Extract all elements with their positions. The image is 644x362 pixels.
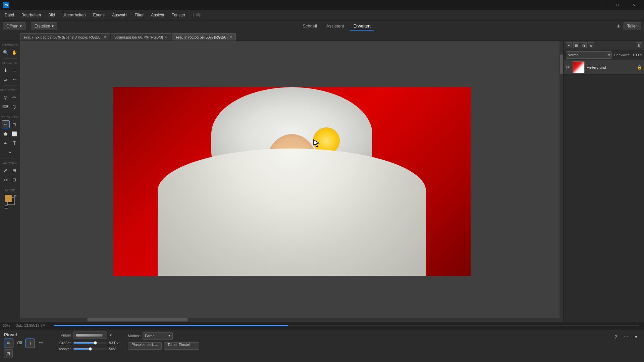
adjustment-layer-icon[interactable]: ◑ (581, 42, 587, 48)
tool-brush-select[interactable]: 〰 (10, 75, 18, 83)
foreground-color[interactable] (5, 195, 12, 202)
layer-lock-icon: 🔒 (637, 65, 642, 70)
layer-visibility-icon[interactable]: 👁 (566, 65, 571, 70)
tablet-einstell-button[interactable]: Tablet-Einstell. ... (164, 342, 199, 350)
tool-transform[interactable]: ⊞ (10, 166, 18, 174)
doc-tab-close-2[interactable]: ✕ (229, 35, 232, 39)
tab-erweitert[interactable]: Erweitert (350, 22, 374, 31)
brush-dropdown-icon[interactable]: ▾ (110, 333, 112, 338)
doc-tab-0[interactable]: Frau7_2x.psd bei 50% (Ebene 0 Kopie, RGB… (20, 33, 110, 41)
tool-healing[interactable]: ✏ (10, 93, 18, 101)
deckkr-slider: 50% (73, 347, 121, 351)
doc-tab-2[interactable]: Frau in rot.jpg bei 50% (RGB/8) ✕ (172, 33, 236, 41)
new-group-icon[interactable]: ▦ (573, 42, 579, 48)
options-right-icons: ? ⋯ ▾ (612, 331, 640, 341)
layer-thumb-preview (573, 62, 584, 73)
scrollbar-thumb[interactable] (560, 54, 563, 74)
delete-layer-icon[interactable]: 🗑 (636, 42, 642, 48)
menu-fenster[interactable]: Fenster (168, 11, 189, 19)
teilen-button[interactable]: Teilen (624, 22, 641, 30)
menu-ueberarbeiten[interactable]: Überarbeiten (59, 11, 89, 19)
menu-datei[interactable]: Datei (1, 11, 17, 19)
pinseleinstell-button[interactable]: Pinseleinstell. ... (128, 342, 162, 350)
brush-mode-main[interactable]: ∥ (25, 339, 35, 348)
doc-tab-close-1[interactable]: ✕ (165, 35, 168, 39)
help-options-icon[interactable]: ? (612, 333, 620, 341)
section-anzeigen-label: ANZEIGEN (0, 42, 20, 48)
modus-row: Modus: Farbe ▾ (128, 332, 199, 340)
close-button[interactable]: ✕ (626, 0, 641, 10)
menu-ebene[interactable]: Ebene (90, 11, 108, 19)
divider-4 (3, 159, 17, 159)
brush-preview[interactable] (73, 331, 107, 339)
menu-bearbeiten[interactable]: Bearbeiten (18, 11, 44, 19)
menubar: Datei Bearbeiten Bild Überarbeiten Ebene… (0, 10, 644, 20)
auswahl-tools-2: ⊃ 〰 (0, 75, 20, 84)
tool-shape[interactable]: ⬜ (10, 130, 18, 138)
blend-mode-row: Normal ▾ Deckkraft: 100% (564, 50, 644, 60)
groesse-track[interactable] (73, 342, 107, 344)
menu-auswahl[interactable]: Auswahl (109, 11, 130, 19)
reset-colors-icon[interactable] (5, 205, 8, 209)
blend-mode-select[interactable]: Normal ▾ (566, 51, 612, 59)
deckkr-thumb[interactable] (89, 347, 92, 351)
tool-pen[interactable]: ✒ (2, 139, 10, 147)
tool-hand[interactable]: ✋ (10, 48, 18, 56)
tool-redeye[interactable]: ◎ (2, 93, 10, 101)
horizontal-scrollbar[interactable] (20, 318, 559, 322)
groesse-row: Größe: 93 Px (52, 341, 121, 345)
tab-schnell[interactable]: Schnell (299, 22, 320, 31)
tool-content-aware[interactable]: ⊡ (10, 176, 18, 184)
tool-crop[interactable]: ⤢ (2, 166, 10, 174)
doc-tab-close-0[interactable]: ✕ (104, 35, 106, 39)
open-button[interactable]: Öffnen ▾ (3, 22, 25, 30)
doc-tab-1[interactable]: Strand.jpg bei 66,7% (RGB/8) ✕ (111, 33, 172, 41)
tool-path-select[interactable]: ⌖ (6, 148, 14, 157)
tool-clone[interactable]: ⌨ (2, 103, 10, 111)
smart-object-icon[interactable]: ◈ (588, 42, 594, 48)
status-progress-fill (54, 325, 288, 326)
brush-mode-alt[interactable]: ⌤ (36, 339, 46, 348)
menu-ansicht[interactable]: Ansicht (148, 11, 167, 19)
tool-liquify[interactable]: ⋈ (2, 176, 10, 184)
groesse-thumb[interactable] (94, 341, 97, 345)
groesse-fill (73, 342, 95, 344)
deckkr-label: Deckkr.: (52, 347, 71, 351)
zoom-level: 50% (3, 323, 10, 327)
modus-select[interactable]: Farbe ▾ (143, 332, 173, 340)
layer-item-hintergrund[interactable]: 👁 Hintergrund 🔒 (564, 60, 644, 74)
tool-lasso[interactable]: ⊃ (2, 75, 10, 83)
tool-eraser[interactable]: ◻ (10, 120, 18, 128)
deckkr-track[interactable] (73, 348, 107, 350)
canvas-area[interactable] (20, 41, 564, 322)
h-scrollbar-thumb[interactable] (87, 318, 188, 321)
verbesse-tools-1: ◎ ✏ (0, 93, 20, 102)
tool-zoom[interactable]: 🔍 (2, 48, 10, 56)
menu-filter[interactable]: Filter (131, 11, 147, 19)
tool-smudge[interactable]: ⬡ (10, 103, 18, 111)
create-button[interactable]: Erstellen ▾ (31, 22, 57, 30)
status-progress (54, 325, 639, 326)
tool-marquee[interactable]: ▭ (10, 66, 18, 74)
anzeigen-tools: 🔍 ✋ (0, 48, 20, 57)
main-area: ANZEIGEN 🔍 ✋ AUSWAHL ✛ ▭ ⊃ 〰 VERBESSE...… (0, 41, 644, 322)
tool-type[interactable]: T (10, 139, 18, 147)
tool-fill[interactable]: ⬟ (2, 130, 10, 138)
tool-move[interactable]: ✛ (2, 66, 10, 74)
vertical-scrollbar[interactable] (559, 41, 564, 322)
brush-mode-erase[interactable]: ⌫ (15, 339, 24, 348)
more-options-icon[interactable]: ⋯ (622, 333, 630, 341)
brush-extra-btn[interactable]: ⊡ (4, 349, 13, 358)
menu-bild[interactable]: Bild (45, 11, 58, 19)
window-controls: ─ □ ✕ (594, 0, 641, 10)
brush-icon-row: ✏ ⌫ ∥ ⌤ (4, 339, 46, 348)
maximize-button[interactable]: □ (610, 0, 625, 10)
brush-options-area: Pinsel ▾ Größe: 93 Px Deckkr. (52, 331, 121, 351)
collapse-options-icon[interactable]: ▾ (632, 333, 640, 341)
brush-mode-paint[interactable]: ✏ (4, 339, 13, 348)
menu-hilfe[interactable]: Hilfe (189, 11, 204, 19)
tool-brush[interactable]: ✏ (2, 120, 10, 128)
new-layer-icon[interactable]: + (566, 42, 572, 48)
minimize-button[interactable]: ─ (594, 0, 609, 10)
tab-assistent[interactable]: Assistent (323, 22, 347, 31)
